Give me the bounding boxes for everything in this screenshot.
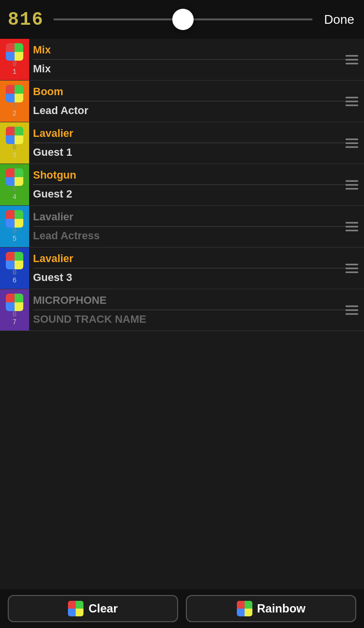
color-swatch (6, 85, 23, 102)
item-label-bottom: Lead Actor (33, 104, 358, 117)
item-label-top: Boom (33, 85, 358, 98)
divider (33, 184, 358, 185)
item-content: Boom Lead Actor (29, 81, 364, 122)
list-item[interactable]: 0 1 Mix Mix (0, 39, 364, 81)
slider-thumb[interactable] (172, 9, 194, 30)
item-number: 0 4 (13, 186, 17, 201)
rainbow-label: Rainbow (257, 602, 306, 615)
color-swatch (6, 43, 23, 61)
item-label-bottom: Guest 1 (33, 146, 358, 159)
item-content: Shotgun Guest 2 (29, 164, 364, 205)
item-label-bottom: SOUND TRACK NAME (33, 313, 358, 326)
drag-handle[interactable] (346, 305, 358, 314)
item-label-bottom: Guest 3 (33, 271, 358, 284)
item-number: 0 3 (13, 144, 17, 159)
divider (33, 310, 358, 310)
item-label-top: Lavalier (33, 252, 358, 265)
divider (33, 268, 358, 268)
drag-handle[interactable] (346, 180, 358, 189)
done-button[interactable]: Done (322, 12, 356, 27)
header: 816 Done (0, 0, 364, 39)
clear-swatch (68, 601, 83, 616)
list-item[interactable]: 0 5 Lavalier Lead Actress (0, 206, 364, 248)
item-label-top: Mix (33, 44, 358, 56)
drag-handle[interactable] (346, 138, 358, 148)
color-swatch (6, 252, 23, 269)
rainbow-swatch (237, 601, 252, 616)
item-content: Lavalier Lead Actress (29, 206, 364, 247)
item-label-top: Lavalier (33, 127, 358, 140)
divider (33, 59, 358, 60)
list-item[interactable]: 0 7 MICROPHONE SOUND TRACK NAME (0, 289, 364, 331)
color-swatch (6, 210, 23, 228)
color-swatch (6, 127, 23, 144)
item-number: 0 1 (13, 61, 17, 76)
item-content: Mix Mix (29, 39, 364, 80)
rainbow-button[interactable]: Rainbow (186, 595, 356, 622)
item-label-top: Shotgun (33, 169, 358, 182)
list-item[interactable]: 0 3 Lavalier Guest 1 (0, 122, 364, 164)
color-swatch (6, 294, 23, 311)
clear-button[interactable]: Clear (8, 595, 178, 622)
item-number: 0 7 (13, 311, 17, 326)
item-strip: 0 5 (0, 206, 29, 247)
item-label-bottom: Lead Actress (33, 230, 358, 242)
item-label-bottom: Mix (33, 63, 358, 75)
item-content: Lavalier Guest 1 (29, 122, 364, 164)
item-number: 0 6 (13, 269, 17, 284)
item-label-bottom: Guest 2 (33, 188, 358, 200)
divider (33, 101, 358, 101)
item-strip: 0 3 (0, 122, 29, 164)
item-content: Lavalier Guest 3 (29, 248, 364, 289)
item-content: MICROPHONE SOUND TRACK NAME (29, 289, 364, 331)
item-label-top: Lavalier (33, 211, 358, 223)
track-list: 0 1 Mix Mix (0, 39, 364, 589)
clear-label: Clear (88, 602, 117, 615)
item-number: 0 5 (13, 228, 17, 243)
list-item[interactable]: 0 6 Lavalier Guest 3 (0, 248, 364, 289)
item-strip: 0 7 (0, 289, 29, 331)
color-swatch (6, 168, 23, 186)
list-item[interactable]: 0 4 Shotgun Guest 2 (0, 164, 364, 206)
item-number: 0 2 (13, 102, 17, 117)
item-strip: 0 4 (0, 164, 29, 205)
list-item[interactable]: 0 2 Boom Lead Actor (0, 81, 364, 122)
drag-handle[interactable] (346, 264, 358, 273)
item-strip: 0 6 (0, 248, 29, 289)
drag-handle[interactable] (346, 55, 358, 64)
slider-track[interactable] (53, 18, 312, 20)
drag-handle[interactable] (346, 97, 358, 106)
item-strip: 0 1 (0, 39, 29, 80)
divider (33, 226, 358, 227)
header-number: 816 (8, 9, 44, 30)
item-strip: 0 2 (0, 81, 29, 122)
drag-handle[interactable] (346, 222, 358, 231)
divider (33, 143, 358, 143)
bottom-bar: Clear Rainbow (0, 589, 364, 628)
item-label-top: MICROPHONE (33, 294, 358, 307)
